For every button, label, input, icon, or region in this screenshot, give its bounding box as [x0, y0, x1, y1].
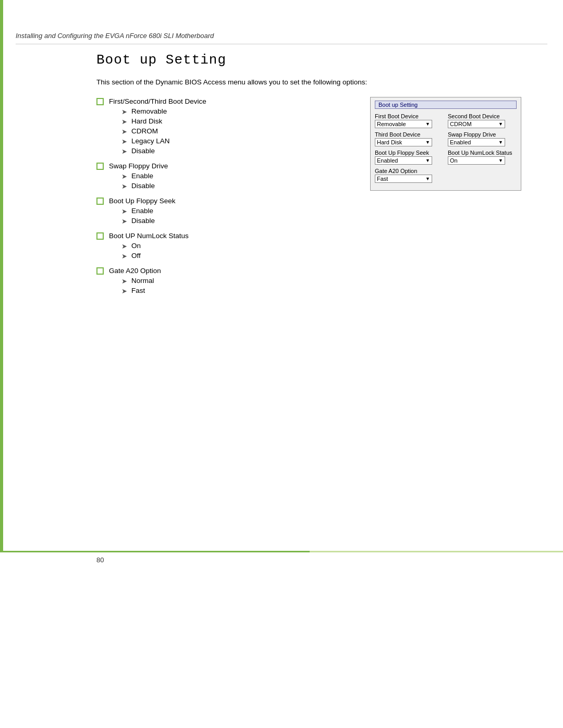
sub-item-on: ➤ On — [121, 242, 189, 250]
intro-text: This section of the Dynamic BIOS Access … — [96, 77, 521, 88]
sub-label-cdrom: CDROM — [131, 127, 158, 135]
arrow-icon: ➤ — [121, 207, 127, 215]
panel-right-col: Second Boot Device CDROM ▼ Swap Floppy D… — [448, 113, 517, 185]
bullet-gate-a20 — [96, 267, 104, 275]
sub-list-floppy-seek: ➤ Enable ➤ Disable — [121, 207, 176, 225]
sub-item-disable-1: ➤ Disable — [121, 147, 206, 155]
numlock-arrow: ▼ — [498, 158, 503, 163]
floppy-seek-value: Enabled — [377, 157, 398, 164]
floppy-seek-arrow: ▼ — [425, 158, 430, 163]
panel-row-gate-a20: Gate A20 Option Fast ▼ — [375, 168, 444, 183]
floppy-seek-label: Boot Up Floppy Seek — [109, 197, 176, 205]
numlock-label: Boot UP NumLock Status — [109, 232, 189, 240]
numlock-value: On — [450, 157, 458, 164]
arrow-icon: ➤ — [121, 277, 127, 285]
second-boot-select[interactable]: CDROM ▼ — [448, 120, 505, 128]
list-item-swap-floppy-content: Swap Floppy Drive ➤ Enable ➤ Disable — [109, 162, 168, 192]
arrow-icon: ➤ — [121, 172, 127, 180]
sub-list-swap-floppy: ➤ Enable ➤ Disable — [121, 172, 168, 190]
panel-row-first-boot: First Boot Device Removable ▼ — [375, 113, 444, 128]
arrow-icon: ➤ — [121, 217, 127, 225]
arrow-icon: ➤ — [121, 287, 127, 295]
panel-left-col: First Boot Device Removable ▼ Third Boot… — [375, 113, 444, 185]
sub-label-legacy-lan: Legacy LAN — [131, 137, 170, 145]
screenshot-panel: Boot up Setting First Boot Device Remova… — [370, 97, 521, 191]
arrow-icon: ➤ — [121, 108, 127, 116]
sub-list-numlock: ➤ On ➤ Off — [121, 242, 189, 260]
panel-row-numlock: Boot Up NumLock Status On ▼ — [448, 150, 517, 165]
sub-label-fast: Fast — [131, 287, 145, 294]
page-header: Installing and Configuring the EVGA nFor… — [16, 31, 547, 44]
first-boot-select[interactable]: Removable ▼ — [375, 120, 432, 128]
sub-item-legacy-lan: ➤ Legacy LAN — [121, 137, 206, 145]
panel-row-third-boot: Third Boot Device Hard Disk ▼ — [375, 131, 444, 146]
page-title: Boot up Setting — [96, 52, 521, 68]
panel-row-floppy-seek: Boot Up Floppy Seek Enabled ▼ — [375, 150, 444, 165]
arrow-icon: ➤ — [121, 252, 127, 260]
third-boot-select[interactable]: Hard Disk ▼ — [375, 138, 432, 146]
second-boot-arrow: ▼ — [498, 121, 503, 127]
arrow-icon: ➤ — [121, 182, 127, 190]
panel-row-second-boot: Second Boot Device CDROM ▼ — [448, 113, 517, 128]
arrow-icon: ➤ — [121, 147, 127, 155]
bullet-boot-device — [96, 98, 104, 105]
panel-grid: First Boot Device Removable ▼ Third Boot… — [375, 113, 517, 185]
bullet-numlock — [96, 232, 104, 240]
sub-item-disable-2: ➤ Disable — [121, 182, 168, 190]
third-boot-label: Third Boot Device — [375, 131, 444, 138]
first-boot-value: Removable — [377, 121, 406, 127]
first-boot-arrow: ▼ — [425, 121, 430, 127]
sub-item-off: ➤ Off — [121, 252, 189, 260]
floppy-seek-select[interactable]: Enabled ▼ — [375, 156, 432, 165]
sub-item-hard-disk: ➤ Hard Disk — [121, 117, 206, 126]
numlock-panel-label: Boot Up NumLock Status — [448, 150, 517, 156]
header-text: Installing and Configuring the EVGA nFor… — [16, 32, 214, 40]
sub-list-gate-a20: ➤ Normal ➤ Fast — [121, 277, 161, 295]
bottom-bar — [0, 551, 563, 552]
first-boot-label: First Boot Device — [375, 113, 444, 119]
second-boot-value: CDROM — [450, 121, 472, 127]
left-bar-decoration — [0, 0, 3, 552]
sub-item-disable-3: ➤ Disable — [121, 217, 176, 225]
swap-floppy-arrow: ▼ — [498, 140, 503, 145]
list-item-gate-a20: Gate A20 Option ➤ Normal ➤ Fast — [96, 266, 360, 297]
sub-label-disable-2: Disable — [131, 182, 155, 190]
arrow-icon: ➤ — [121, 138, 127, 145]
list-item-gate-a20-content: Gate A20 Option ➤ Normal ➤ Fast — [109, 266, 161, 297]
list-item-floppy-seek-content: Boot Up Floppy Seek ➤ Enable ➤ Disable — [109, 196, 176, 227]
boot-device-label: First/Second/Third Boot Device — [109, 97, 206, 105]
list-item-numlock: Boot UP NumLock Status ➤ On ➤ Off — [96, 231, 360, 262]
third-boot-arrow: ▼ — [425, 140, 430, 145]
sub-label-hard-disk: Hard Disk — [131, 117, 162, 125]
sub-list-boot-device: ➤ Removable ➤ Hard Disk ➤ CDROM — [121, 107, 206, 155]
bullet-swap-floppy — [96, 163, 104, 170]
sub-item-removable: ➤ Removable — [121, 107, 206, 116]
floppy-seek-panel-label: Boot Up Floppy Seek — [375, 150, 444, 156]
sub-label-off: Off — [131, 252, 141, 260]
sub-item-fast: ➤ Fast — [121, 287, 161, 295]
swap-floppy-label: Swap Floppy Drive — [109, 162, 168, 170]
list-item-boot-device-content: First/Second/Third Boot Device ➤ Removab… — [109, 97, 206, 157]
gate-a20-label: Gate A20 Option — [109, 267, 161, 275]
page-container: Installing and Configuring the EVGA nFor… — [0, 0, 563, 728]
panel-row-swap-floppy: Swap Floppy Drive Enabled ▼ — [448, 131, 517, 146]
gate-a20-select[interactable]: Fast ▼ — [375, 175, 432, 183]
list-item-numlock-content: Boot UP NumLock Status ➤ On ➤ Off — [109, 231, 189, 262]
arrow-icon: ➤ — [121, 128, 127, 135]
sub-label-disable-1: Disable — [131, 147, 155, 155]
bullet-floppy-seek — [96, 198, 104, 205]
list-item-swap-floppy: Swap Floppy Drive ➤ Enable ➤ Disable — [96, 162, 360, 192]
page-number: 80 — [96, 556, 104, 564]
sub-item-enable-1: ➤ Enable — [121, 172, 168, 180]
swap-floppy-panel-label: Swap Floppy Drive — [448, 131, 517, 138]
gate-a20-arrow: ▼ — [425, 176, 430, 181]
sub-item-enable-2: ➤ Enable — [121, 207, 176, 215]
sub-label-enable-2: Enable — [131, 207, 153, 215]
swap-floppy-select[interactable]: Enabled ▼ — [448, 138, 505, 146]
arrow-icon: ➤ — [121, 242, 127, 250]
numlock-select[interactable]: On ▼ — [448, 156, 505, 165]
gate-a20-value: Fast — [377, 176, 388, 182]
panel-title: Boot up Setting — [375, 101, 517, 109]
third-boot-value: Hard Disk — [377, 139, 402, 145]
list-item-floppy-seek: Boot Up Floppy Seek ➤ Enable ➤ Disable — [96, 196, 360, 227]
